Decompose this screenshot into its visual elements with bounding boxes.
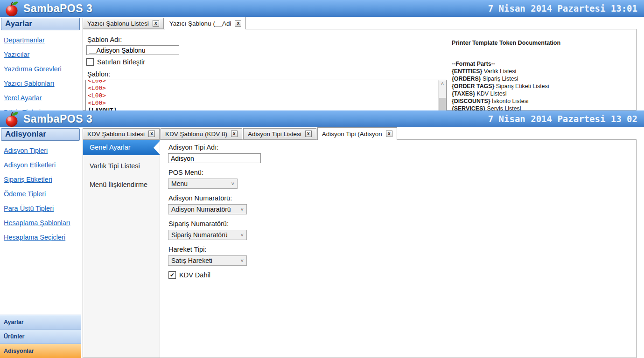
sidebar-item-yazicilar[interactable]: Yazıcılar bbox=[4, 50, 81, 59]
clock: 7 Nisan 2014 Pazartesi 13 02 bbox=[488, 114, 637, 124]
tab-strip: KDV Şablonu Listesi x KDV Şablonu (KDV 8… bbox=[83, 127, 637, 139]
tab-kdv-sablonu-listesi[interactable]: KDV Şablonu Listesi x bbox=[83, 128, 160, 139]
sidebar-item-yerel-ayarlar[interactable]: Yerel Ayarlar bbox=[4, 94, 81, 102]
title-bar: SambaPOS 3 7 Nisan 2014 Pazartesi 13 02 bbox=[0, 110, 644, 127]
sidebar-header: Ayarlar bbox=[1, 18, 80, 30]
token-documentation-panel: Printer Template Token Documentation --F… bbox=[452, 40, 636, 110]
token-row: {TAXES} KDV Listesi bbox=[452, 90, 636, 97]
ticket-type-name-label: Adisyon Tipi Adı: bbox=[168, 144, 636, 151]
ticket-type-name-input[interactable] bbox=[168, 153, 261, 163]
settings-window: SambaPOS 3 7 Nisan 2014 Pazartesi 13:01 … bbox=[0, 0, 644, 110]
printer-template-editor: Şablon Adı: Satırları Birleştir Şablon: … bbox=[83, 29, 637, 110]
chevron-down-icon: ˅ bbox=[241, 233, 244, 238]
token: {TAXES} bbox=[452, 90, 475, 97]
template-name-input[interactable] bbox=[86, 45, 179, 55]
token-desc: Varlık Listesi bbox=[482, 68, 516, 75]
token: {DISCOUNTS} bbox=[452, 98, 490, 104]
close-icon[interactable]: x bbox=[148, 131, 155, 137]
category-accordion: Ayarlar Ürünler Adisyonlar bbox=[0, 315, 81, 358]
token-desc: Servis Listesi bbox=[485, 105, 521, 110]
scrollbar-thumb[interactable] bbox=[439, 98, 446, 110]
kdv-dahil-label: KDV Dahil bbox=[179, 271, 210, 279]
merge-lines-checkbox[interactable] bbox=[86, 58, 94, 66]
token-row: {ORDER TAGS} Sipariş Etiketi Listesi bbox=[452, 83, 636, 90]
general-settings-form: Adisyon Tipi Adı: POS Menü: Menu ˅ Adisy… bbox=[160, 140, 636, 358]
sidebar-item-yazici-sablonlari[interactable]: Yazıcı Şablonları bbox=[4, 79, 81, 88]
token: {ORDERS} bbox=[452, 76, 481, 82]
sambapos-apple-logo-icon bbox=[5, 1, 20, 17]
selected-value: Menu bbox=[171, 180, 188, 187]
token: {SERVICES} bbox=[452, 105, 485, 110]
token-row: {DISCOUNTS} İskonto Listesi bbox=[452, 97, 636, 105]
transaction-type-label: Hareket Tipi: bbox=[168, 246, 636, 253]
chevron-down-icon: ˅ bbox=[241, 258, 244, 263]
editor-nav-panel: Genel Ayarlar Varlık Tipi Listesi Menü İ… bbox=[83, 140, 160, 358]
sidebar-item-para-ustu-tipleri[interactable]: Para Üstü Tipleri bbox=[4, 204, 81, 213]
close-icon[interactable]: x bbox=[153, 20, 159, 27]
chevron-down-icon: ˅ bbox=[231, 181, 234, 186]
close-icon[interactable]: x bbox=[305, 131, 312, 137]
template-line: <L00> bbox=[88, 92, 446, 99]
template-scrollbar[interactable]: ˄ bbox=[438, 80, 446, 110]
transaction-type-select[interactable]: Satış Hareketi ˅ bbox=[168, 255, 247, 266]
scroll-up-icon[interactable]: ˄ bbox=[439, 80, 446, 88]
sambapos-apple-logo-icon bbox=[5, 111, 20, 127]
token-desc: KDV Listesi bbox=[475, 90, 506, 97]
sidebar-header: Adisyonlar bbox=[1, 128, 80, 141]
pos-menu-select[interactable]: Menu ˅ bbox=[168, 179, 238, 189]
token-desc: İskonto Listesi bbox=[490, 98, 529, 104]
sidebar-item-siparis-etiketleri[interactable]: Sipariş Etiketleri bbox=[4, 175, 81, 184]
tab-kdv-sablonu-kdv8[interactable]: KDV Şablonu (KDV 8) x bbox=[161, 128, 242, 139]
ticket-type-editor: Genel Ayarlar Varlık Tipi Listesi Menü İ… bbox=[83, 139, 637, 358]
kdv-dahil-checkbox[interactable]: ✔ bbox=[168, 271, 176, 279]
tab-yazici-sablonu-listesi[interactable]: Yazıcı Şablonu Listesi x bbox=[83, 18, 164, 29]
sidebar-item-yazdirma-gorevleri[interactable]: Yazdırma Görevleri bbox=[4, 65, 81, 73]
nav-varlik-tipi-listesi[interactable]: Varlık Tipi Listesi bbox=[83, 158, 160, 174]
tab-adisyon-tipi-listesi[interactable]: Adisyon Tipi Listesi x bbox=[243, 128, 316, 139]
accordion-ayarlar[interactable]: Ayarlar bbox=[0, 315, 81, 329]
close-icon[interactable]: x bbox=[386, 131, 392, 137]
selected-value: Satış Hareketi bbox=[171, 257, 212, 264]
sidebar-item-hesaplama-secicleri[interactable]: Hesaplama Seçicleri bbox=[4, 233, 81, 241]
main-content: KDV Şablonu Listesi x KDV Şablonu (KDV 8… bbox=[82, 127, 644, 358]
app-title: SambaPOS 3 bbox=[23, 2, 92, 15]
app-title: SambaPOS 3 bbox=[23, 113, 92, 125]
main-content: Yazıcı Şablonu Listesi x Yazıcı Şablonu … bbox=[82, 17, 644, 110]
docs-section-header: --Format Parts-- bbox=[452, 60, 636, 68]
template-line: <L00> bbox=[88, 99, 446, 107]
sidebar-link-list: Adisyon Tipleri Adisyon Etiketleri Sipar… bbox=[0, 142, 81, 241]
nav-genel-ayarlar[interactable]: Genel Ayarlar bbox=[83, 140, 160, 155]
tab-label: KDV Şablonu Listesi bbox=[87, 131, 145, 138]
nav-menu-iliskilendirme[interactable]: Menü İlişkilendirme bbox=[83, 177, 160, 193]
sidebar-item-adisyon-tipleri[interactable]: Adisyon Tipleri bbox=[4, 146, 81, 155]
template-form: Şablon Adı: Satırları Birleştir Şablon: … bbox=[83, 29, 447, 110]
sidebar-settings: Ayarlar Departmanlar Yazıcılar Yazdırma … bbox=[0, 17, 81, 110]
sidebar-item-hesaplama-sablonlari[interactable]: Hesaplama Şablonları bbox=[4, 219, 81, 227]
tab-label: Yazıcı Şablonu (__Adi bbox=[169, 20, 231, 27]
token-desc: Sipariş Etiketi Listesi bbox=[494, 83, 549, 90]
tickets-window: SambaPOS 3 7 Nisan 2014 Pazartesi 13 02 … bbox=[0, 110, 644, 358]
sidebar-item-adisyon-etiketleri[interactable]: Adisyon Etiketleri bbox=[4, 161, 81, 169]
tab-label: Adisyon Tipi (Adisyon bbox=[322, 131, 382, 138]
close-icon[interactable]: x bbox=[231, 131, 238, 137]
template-line: <L00> bbox=[88, 84, 446, 92]
sidebar-item-departmanlar[interactable]: Departmanlar bbox=[4, 36, 81, 44]
template-line: [LAYOUT] bbox=[88, 107, 446, 110]
sidebar-link-list: Departmanlar Yazıcılar Yazdırma Görevler… bbox=[0, 31, 81, 110]
ticket-numerator-select[interactable]: Adisyon Numaratörü ˅ bbox=[168, 204, 247, 214]
template-name-label: Şablon Adı: bbox=[87, 36, 447, 43]
sidebar-item-odeme-tipleri[interactable]: Ödeme Tipleri bbox=[4, 190, 81, 198]
tab-adisyon-tipi-adisyon[interactable]: Adisyon Tipi (Adisyon x bbox=[317, 127, 397, 140]
accordion-urunler[interactable]: Ürünler bbox=[0, 329, 81, 344]
sidebar-tickets: Adisyonlar Adisyon Tipleri Adisyon Etike… bbox=[0, 127, 81, 358]
template-body-label: Şablon: bbox=[87, 70, 447, 78]
close-icon[interactable]: x bbox=[235, 20, 241, 27]
order-numerator-select[interactable]: Sipariş Numaratörü ˅ bbox=[168, 230, 247, 240]
tab-yazici-sablonu-adisyon[interactable]: Yazıcı Şablonu (__Adi x bbox=[165, 17, 246, 29]
accordion-adisyonlar[interactable]: Adisyonlar bbox=[0, 344, 81, 358]
token: {ORDER TAGS} bbox=[452, 83, 494, 90]
template-editor-textarea[interactable]: <L00> <L00> <L00> <L00> [LAYOUT] -- Gene… bbox=[85, 80, 447, 110]
chevron-down-icon: ˅ bbox=[241, 207, 244, 212]
template-line: <L00> bbox=[88, 80, 446, 84]
selected-value: Adisyon Numaratörü bbox=[171, 206, 231, 213]
